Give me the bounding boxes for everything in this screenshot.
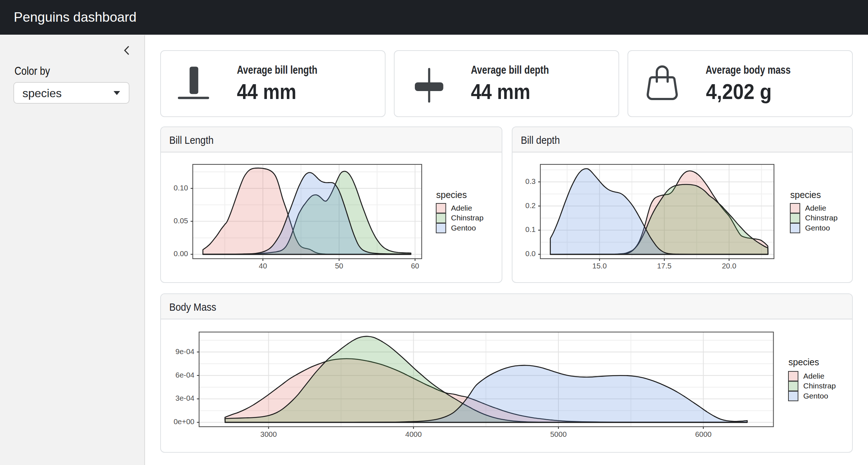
svg-text:species: species [788,357,819,367]
svg-text:3e-04: 3e-04 [175,394,194,402]
svg-text:15.0: 15.0 [592,262,607,270]
svg-text:Chinstrap: Chinstrap [805,214,838,222]
svg-text:Chinstrap: Chinstrap [803,382,836,390]
svg-text:species: species [790,190,821,200]
svg-text:50: 50 [335,262,343,270]
svg-text:9e-04: 9e-04 [175,347,194,356]
svg-text:3000: 3000 [260,430,277,438]
svg-text:0.2: 0.2 [526,201,536,210]
svg-text:6000: 6000 [695,430,712,438]
svg-text:Adelie: Adelie [803,372,824,380]
svg-text:5000: 5000 [550,430,567,438]
svg-text:0.05: 0.05 [174,216,188,225]
svg-text:Adelie: Adelie [451,204,472,212]
svg-text:4000: 4000 [405,430,422,438]
svg-text:17.5: 17.5 [657,262,672,270]
svg-text:Chinstrap: Chinstrap [451,214,484,222]
svg-text:0.1: 0.1 [526,225,536,233]
svg-text:Adelie: Adelie [805,204,826,212]
svg-text:40: 40 [259,262,267,270]
svg-text:0e+00: 0e+00 [174,417,195,426]
svg-text:0.3: 0.3 [526,177,536,185]
svg-text:Gentoo: Gentoo [451,224,476,232]
svg-text:0.10: 0.10 [174,184,188,192]
svg-text:60: 60 [411,262,419,270]
svg-text:Gentoo: Gentoo [805,224,830,232]
svg-text:Gentoo: Gentoo [803,392,828,400]
svg-text:0.00: 0.00 [174,249,188,258]
svg-text:species: species [436,190,467,200]
svg-text:20.0: 20.0 [722,262,736,270]
svg-text:6e-04: 6e-04 [175,371,194,379]
svg-text:0.0: 0.0 [526,249,536,258]
